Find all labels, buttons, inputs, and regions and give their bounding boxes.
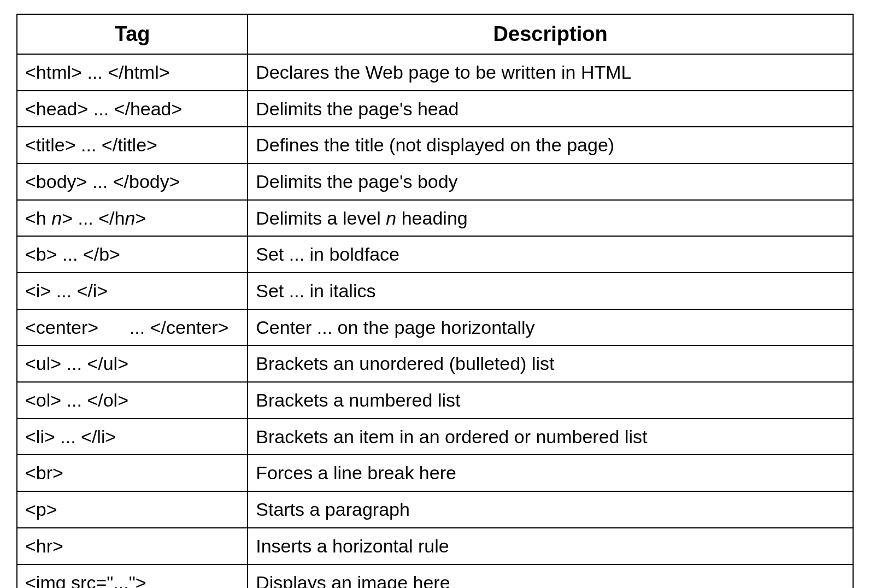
tag-cell: <i> ... </i> bbox=[17, 273, 248, 309]
desc-cell: Inserts a horizontal rule bbox=[248, 528, 853, 565]
table-row: <i> ... </i> Set ... in italics bbox=[17, 273, 853, 309]
table-row: <p> Starts a paragraph bbox=[17, 491, 853, 528]
table-row: <center> ... </center> Center ... on the… bbox=[17, 309, 853, 346]
html-tags-table: Tag Description <html> ... </html> Decla… bbox=[16, 14, 854, 588]
tag-cell: <title> ... </title> bbox=[17, 127, 248, 163]
desc-cell: Starts a paragraph bbox=[248, 491, 853, 528]
desc-cell: Set ... in italics bbox=[248, 273, 853, 309]
tag-cell: <ul> ... </ul> bbox=[17, 345, 248, 382]
table-row: <h n> ... </hn> Delimits a level n headi… bbox=[17, 200, 853, 237]
desc-cell: Brackets an unordered (bulleted) list bbox=[248, 345, 853, 382]
desc-cell: Delimits the page's head bbox=[248, 91, 853, 127]
tag-cell: <html> ... </html> bbox=[17, 54, 248, 91]
table-row: <hr> Inserts a horizontal rule bbox=[17, 528, 853, 565]
header-tag: Tag bbox=[17, 14, 248, 54]
desc-cell: Forces a line break here bbox=[248, 455, 853, 491]
table-row: <ul> ... </ul> Brackets an unordered (bu… bbox=[17, 345, 853, 382]
tag-cell: <li> ... </li> bbox=[17, 419, 248, 455]
table-row: <li> ... </li> Brackets an item in an or… bbox=[17, 419, 853, 455]
tag-cell: <b> ... </b> bbox=[17, 236, 248, 273]
table-row: <img src="..."> Displays an image here bbox=[17, 565, 853, 588]
table-header-row: Tag Description bbox=[17, 14, 853, 54]
tag-cell: <body> ... </body> bbox=[17, 163, 248, 200]
tag-cell: <center> ... </center> bbox=[17, 309, 248, 346]
tag-cell: <br> bbox=[17, 455, 248, 491]
header-description: Description bbox=[248, 14, 853, 54]
desc-cell: Center ... on the page horizontally bbox=[248, 309, 853, 346]
desc-cell: Delimits a level n heading bbox=[248, 200, 853, 237]
table-row: <body> ... </body> Delimits the page's b… bbox=[17, 163, 853, 200]
table-row: <b> ... </b> Set ... in boldface bbox=[17, 236, 853, 273]
desc-cell: Defines the title (not displayed on the … bbox=[248, 127, 853, 163]
tag-cell: <h n> ... </hn> bbox=[17, 200, 248, 237]
table-row: <ol> ... </ol> Brackets a numbered list bbox=[17, 382, 853, 419]
tag-cell: <ol> ... </ol> bbox=[17, 382, 248, 419]
desc-cell: Brackets a numbered list bbox=[248, 382, 853, 419]
desc-cell: Set ... in boldface bbox=[248, 236, 853, 273]
table-row: <head> ... </head> Delimits the page's h… bbox=[17, 91, 853, 127]
table-row: <br> Forces a line break here bbox=[17, 455, 853, 491]
desc-cell: Brackets an item in an ordered or number… bbox=[248, 419, 853, 455]
table-row: <html> ... </html> Declares the Web page… bbox=[17, 54, 853, 91]
desc-cell: Declares the Web page to be written in H… bbox=[248, 54, 853, 91]
tag-cell: <img src="..."> bbox=[17, 565, 248, 588]
tag-cell: <p> bbox=[17, 491, 248, 528]
desc-cell: Displays an image here bbox=[248, 565, 853, 588]
table-row: <title> ... </title> Defines the title (… bbox=[17, 127, 853, 163]
desc-cell: Delimits the page's body bbox=[248, 163, 853, 200]
tag-cell: <hr> bbox=[17, 528, 248, 565]
tag-cell: <head> ... </head> bbox=[17, 91, 248, 127]
